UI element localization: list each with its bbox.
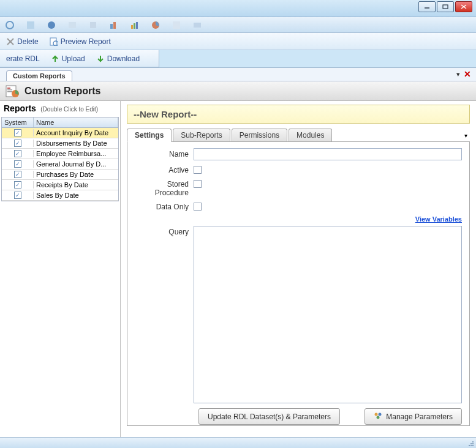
qat-icon-3[interactable] [47,20,56,30]
reports-list-panel: Reports (Double Click to Edit) System Na… [0,101,121,437]
reports-hint: (Double Click to Edit) [40,106,98,113]
maximize-button[interactable] [437,1,454,12]
name-cell: Disbursements By Date [34,140,118,147]
svg-point-28 [377,416,380,419]
tab-modules[interactable]: Modules [289,129,332,141]
table-row[interactable]: ✓Employee Reimbursa... [2,149,118,159]
svg-rect-12 [134,23,135,29]
table-row[interactable]: ✓Purchases By Date [2,170,118,180]
qat-icon-6[interactable] [109,20,119,30]
svg-point-31 [472,443,474,444]
view-variables-label: View Variables [415,215,462,223]
close-button[interactable] [455,1,472,12]
qat-icon-9[interactable] [172,20,181,30]
panel-header: Custom Reports [0,81,476,101]
tab-settings-label: Settings [135,131,164,140]
qat-icon-10[interactable] [192,20,202,30]
svg-rect-13 [136,22,138,29]
document-tab-row: Custom Reports ▾ ✕ [0,68,476,81]
svg-rect-11 [131,25,133,29]
svg-rect-8 [90,22,96,28]
query-input[interactable] [194,226,462,403]
name-input[interactable] [194,148,462,160]
system-cell: ✓ [2,140,34,147]
system-checkbox[interactable]: ✓ [14,140,21,147]
tabs-overflow[interactable]: ▾ [464,132,467,139]
resize-grip-icon[interactable] [466,439,475,447]
svg-rect-10 [113,22,116,29]
download-button[interactable]: Download [93,53,143,64]
preview-label: Preview Report [61,37,111,46]
svg-rect-23 [7,89,12,91]
system-checkbox[interactable]: ✓ [14,192,21,199]
document-tab-label: Custom Reports [13,72,66,80]
table-row[interactable]: ✓General Journal By D... [2,159,118,170]
qat-icon-5[interactable] [88,20,98,30]
update-rdl-label: Update RDL Dataset(s) & Parameters [208,413,331,421]
active-label: Active [135,164,194,174]
qat-icon-8[interactable] [151,20,161,30]
reports-title: Reports [4,103,36,113]
generate-rdl-label: erate RDL [6,54,40,63]
window-titlebar [0,0,476,17]
qat-icon-1[interactable] [5,20,15,30]
system-checkbox[interactable]: ✓ [14,160,21,168]
name-cell: Account Inquiry By Date [34,129,118,136]
qat-icon-4[interactable] [67,20,77,30]
svg-rect-9 [110,24,113,29]
grid-header: System Name [2,118,118,128]
svg-point-30 [470,443,472,444]
col-system[interactable]: System [2,118,34,127]
panel-title: Custom Reports [25,86,100,97]
table-row[interactable]: ✓Receipts By Date [2,180,118,190]
status-bar [0,437,476,448]
system-checkbox[interactable]: ✓ [14,129,21,136]
col-name[interactable]: Name [34,118,118,127]
delete-button[interactable]: Delete [2,36,42,47]
manage-parameters-button[interactable]: Manage Parameters [365,408,462,425]
table-row[interactable]: ✓Account Inquiry By Date [2,128,118,138]
generate-rdl-button[interactable]: erate RDL [2,53,43,64]
data-only-checkbox[interactable] [194,203,202,211]
svg-point-6 [48,21,55,29]
close-tab-button[interactable]: ✕ [464,69,471,79]
svg-point-32 [469,445,470,446]
table-row[interactable]: ✓Sales By Date [2,190,118,201]
system-cell: ✓ [2,150,34,157]
system-checkbox[interactable]: ✓ [14,171,21,178]
manage-parameters-label: Manage Parameters [386,413,453,421]
preview-report-button[interactable]: Preview Report [46,36,115,47]
document-tab[interactable]: Custom Reports [6,70,72,81]
table-row[interactable]: ✓Disbursements By Date [2,138,118,149]
form-tabs: Settings Sub-Reports Permissions Modules… [127,129,470,142]
view-variables-link[interactable]: View Variables [415,215,462,223]
reports-header: Reports (Double Click to Edit) [0,101,120,116]
qat-icon-7[interactable] [130,20,140,30]
tab-permissions[interactable]: Permissions [232,129,287,141]
reports-grid: System Name ✓Account Inquiry By Date✓Dis… [1,117,119,201]
pin-button[interactable]: ▾ [456,70,460,78]
stored-procedure-checkbox[interactable] [194,180,202,188]
tab-settings[interactable]: Settings [127,129,172,142]
svg-point-29 [472,441,474,442]
download-icon [96,54,105,63]
delete-icon [6,37,15,46]
update-rdl-button[interactable]: Update RDL Dataset(s) & Parameters [198,408,340,425]
main-area: Custom Reports ▾ ✕ Custom Reports Report… [0,67,476,437]
upload-button[interactable]: Upload [47,53,89,64]
delete-label: Delete [17,37,39,46]
active-checkbox[interactable] [194,166,202,174]
toolbar-primary: Delete Preview Report [0,33,476,50]
minimize-button[interactable] [418,1,436,12]
svg-point-34 [472,445,474,446]
name-cell: Employee Reimbursa... [34,150,118,157]
svg-rect-5 [27,21,34,29]
tab-sub-reports[interactable]: Sub-Reports [173,129,230,141]
tab-permissions-label: Permissions [240,131,279,140]
name-cell: Receipts By Date [34,181,118,189]
system-cell: ✓ [2,160,34,168]
system-checkbox[interactable]: ✓ [14,150,21,157]
system-checkbox[interactable]: ✓ [14,181,21,189]
qat-icon-2[interactable] [26,20,36,30]
query-label: Query [135,226,194,236]
